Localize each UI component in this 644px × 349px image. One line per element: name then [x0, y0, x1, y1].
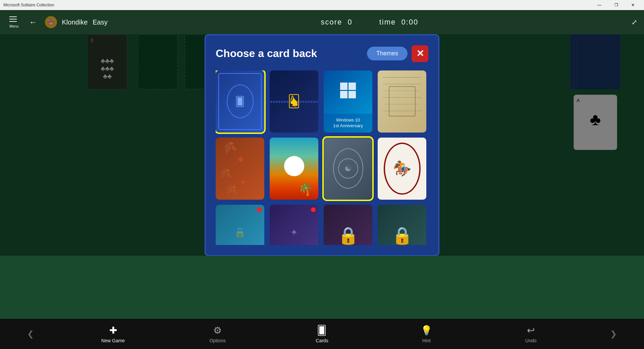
card-dark-teal-locked[interactable]: 🔒	[378, 205, 426, 245]
gray-coin: ☯	[338, 158, 358, 179]
card-parchment[interactable]	[378, 70, 426, 133]
hint-label: Hint	[422, 338, 431, 343]
close-modal-button[interactable]: ✕	[412, 45, 428, 62]
game-logo: 🐻	[45, 16, 57, 28]
new-notification-dot-1	[257, 207, 262, 212]
menu-button[interactable]: Menu	[7, 14, 21, 31]
restore-button[interactable]: ❐	[608, 0, 624, 10]
options-label: Options	[209, 338, 225, 343]
minimize-button[interactable]: —	[592, 0, 607, 10]
card-autumn[interactable]: 🍂 🍁 🍂 🍁 🍂	[216, 138, 264, 200]
cards-grid: 🂠 ◆◆◆◆◆◆◆◆◆◆◆◆◆◆◆◆◆◆◆◆◆◆◆◆◆◆◆◆◆◆◆◆◆◆◆◆◆◆…	[216, 70, 428, 245]
time-label: time	[379, 18, 396, 26]
windows10-text: Windows 101st Anniversary	[333, 117, 363, 129]
game-toolbar: Menu ← 🐻 Klondike Easy score 0 time 0:00…	[0, 10, 644, 34]
title-bar: Microsoft Solitaire Collection — ❐ ✕	[0, 0, 644, 10]
cards-icon: 🂠	[317, 325, 327, 336]
card-dark-purple-locked[interactable]: 🔒	[324, 205, 372, 245]
card-sunset[interactable]: 🌴	[270, 138, 318, 200]
card-red-ornate[interactable]: 🏇	[378, 138, 426, 200]
undo-icon: ↩	[527, 325, 535, 336]
card-blue-ornate[interactable]: 🂠	[216, 70, 264, 133]
time-value: 0:00	[401, 18, 418, 26]
score-value: 0	[347, 18, 352, 26]
palm-icon: 🌴	[298, 182, 313, 196]
card-windows10[interactable]: Windows 101st Anniversary	[324, 70, 372, 133]
menu-label: Menu	[9, 24, 19, 28]
cards-label: Cards	[316, 338, 328, 343]
fullscreen-button[interactable]: ⤢	[632, 18, 637, 26]
new-game-label: New Game	[101, 338, 125, 343]
score-label: score	[321, 18, 342, 26]
new-game-icon: ✚	[109, 325, 117, 336]
bottom-hint[interactable]: 💡 Hint	[401, 325, 451, 343]
back-button[interactable]: ←	[26, 15, 40, 30]
menu-line-3	[9, 21, 17, 22]
game-difficulty: Easy	[93, 18, 107, 26]
parchment-pattern	[378, 70, 426, 133]
modal-overlay: Choose a card back Themes ✕ 🂠 ◆◆◆◆◆◆◆◆◆◆…	[0, 34, 644, 256]
red-oval-frame: 🏇	[384, 143, 421, 195]
undo-label: Undo	[525, 338, 536, 343]
toolbar-left: Menu ← 🐻 Klondike Easy	[7, 14, 108, 31]
card-dark-diamonds[interactable]: ◆◆◆◆◆◆◆◆◆◆◆◆◆◆◆◆◆◆◆◆◆◆◆◆◆◆◆◆◆◆◆◆◆◆◆◆◆◆◆◆…	[270, 70, 318, 133]
left-arrow-button[interactable]: ❮	[27, 329, 34, 339]
right-arrow-button[interactable]: ❯	[610, 329, 617, 339]
bottom-undo[interactable]: ↩ Undo	[506, 325, 556, 343]
title-bar-controls: — ❐ ✕	[592, 0, 641, 10]
app-title: Microsoft Solitaire Collection	[3, 3, 54, 7]
game-name: Klondike	[62, 18, 88, 26]
close-window-button[interactable]: ✕	[625, 0, 641, 10]
sunset-sun	[284, 156, 304, 176]
bottom-bar: ❮ ✚ New Game ⚙ Options 🂠 Cards 💡 Hint ↩ …	[0, 319, 644, 349]
options-icon: ⚙	[213, 325, 222, 336]
menu-line-2	[9, 19, 17, 19]
menu-line-1	[9, 16, 17, 17]
modal-header-right: Themes ✕	[367, 45, 428, 62]
hint-icon: 💡	[421, 325, 432, 336]
score-display: score 0	[321, 18, 352, 27]
card-purple-new[interactable]: ✦ NEW	[270, 205, 318, 245]
themes-button[interactable]: Themes	[367, 47, 408, 60]
bottom-cards[interactable]: 🂠 Cards	[297, 325, 347, 343]
new-notification-dot-2	[311, 207, 316, 212]
modal-header: Choose a card back Themes ✕	[216, 45, 428, 62]
bottom-new-game[interactable]: ✚ New Game	[88, 325, 138, 343]
gray-inner-oval: ☯	[333, 148, 363, 189]
choose-card-modal: Choose a card back Themes ✕ 🂠 ◆◆◆◆◆◆◆◆◆◆…	[205, 34, 439, 256]
windows-logo	[340, 83, 356, 98]
lock-icon-1: 🔒	[338, 226, 359, 245]
game-area: 8 ♣♣♣♣♣♣♣♣ A ♣ Choose a card back Themes…	[0, 34, 644, 256]
toolbar-right: ⤢	[632, 18, 637, 26]
bottom-options[interactable]: ⚙ Options	[193, 325, 243, 343]
card-gray-ornate[interactable]: ☯	[324, 138, 372, 200]
toolbar-center: score 0 time 0:00	[108, 18, 632, 27]
title-bar-left: Microsoft Solitaire Collection	[3, 3, 54, 7]
lock-icon-2: 🔒	[392, 226, 413, 245]
time-display: time 0:00	[379, 18, 419, 27]
card-teal-new[interactable]: 🔒 NEW	[216, 205, 264, 245]
modal-title: Choose a card back	[216, 47, 317, 60]
leaves-pattern: 🍂 🍁 🍂 🍁 🍂	[216, 138, 264, 200]
blue-ornate-pattern: 🂠	[227, 85, 254, 118]
